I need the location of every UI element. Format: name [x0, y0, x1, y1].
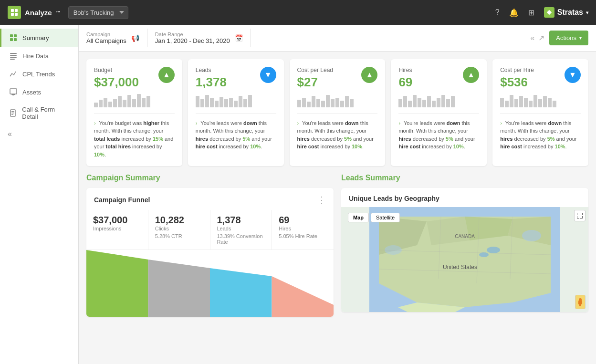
- mini-bar: [302, 98, 306, 107]
- date-range-value: Jan 1, 2020 - Dec 31, 2020: [155, 37, 230, 44]
- metric-info-hires: Hires 69: [398, 67, 412, 89]
- mini-bar: [451, 96, 455, 107]
- collapse-icon[interactable]: «: [530, 34, 534, 42]
- highlight: hire cost: [297, 144, 319, 149]
- svg-rect-12: [10, 89, 17, 94]
- mini-bar: [224, 99, 228, 107]
- metric-top-hires: Hires 69 ▲: [398, 67, 479, 89]
- svg-rect-11: [10, 59, 15, 60]
- chevron-icon: ›: [94, 120, 96, 126]
- leads-geography-header: Unique Leads by Geography: [341, 188, 588, 207]
- highlight: total leads: [94, 136, 120, 142]
- mini-bar: [345, 96, 349, 107]
- highlight: 15%: [153, 136, 163, 142]
- campaign-filter[interactable]: Campaign All Campaigns 📢: [86, 29, 147, 47]
- sidebar: Summary Hire Data CPL Trends Assets Call…: [0, 25, 79, 364]
- help-icon[interactable]: ?: [495, 8, 500, 17]
- highlight: hire cost: [500, 144, 522, 149]
- svg-rect-6: [10, 38, 13, 41]
- mini-bar: [123, 100, 126, 107]
- nav-right: ? 🔔 ⊞ Stratas ▾: [495, 7, 588, 18]
- highlight: down: [345, 120, 359, 126]
- cpl-mini-bars: [297, 94, 378, 107]
- campaign-funnel-menu[interactable]: ⋮: [317, 195, 326, 205]
- metric-info-leads: Leads 1,378: [196, 67, 227, 89]
- external-link-icon[interactable]: ↗: [538, 33, 544, 42]
- highlight: 10%: [352, 144, 362, 149]
- cpl-label: Cost per Lead: [297, 67, 333, 73]
- clicks-label: Clicks: [155, 226, 203, 231]
- cph-trend-icon: ▼: [565, 67, 581, 83]
- impressions-value: $37,000: [93, 215, 141, 226]
- highlight: hires: [500, 136, 512, 142]
- map-expand-button[interactable]: [574, 210, 586, 221]
- mini-bar: [335, 98, 339, 107]
- sidebar-item-hire-data[interactable]: Hire Data: [0, 47, 78, 65]
- sidebar-collapse-button[interactable]: «: [0, 125, 78, 143]
- mini-bar: [307, 102, 311, 107]
- app-name: Analyze: [25, 9, 52, 17]
- cph-insight: › You're leads were down this month. Wit…: [500, 119, 581, 151]
- hire-data-icon: [9, 52, 18, 60]
- company-selector[interactable]: Bob's Trucking: [68, 6, 128, 19]
- app-body: Summary Hire Data CPL Trends Assets Call…: [0, 25, 596, 364]
- sidebar-item-cpl-trends[interactable]: CPL Trends: [0, 65, 78, 83]
- cph-label: Cost per Hire: [500, 67, 534, 73]
- campaign-filter-content: Campaign All Campaigns: [86, 31, 126, 44]
- svg-marker-26: [427, 217, 470, 245]
- campaign-icon: 📢: [131, 34, 139, 42]
- impressions-sub: [93, 233, 141, 239]
- metric-card-cph: Cost per Hire $536 ▼: [492, 59, 588, 166]
- metric-info-budget: Budget $37,000: [94, 67, 139, 89]
- mini-bar: [437, 98, 440, 107]
- hires-mini-bars: [398, 94, 479, 107]
- mini-bar: [326, 95, 330, 107]
- cpl-value: $27: [297, 75, 333, 89]
- budget-insight: › You're budget was higher this month. W…: [94, 119, 175, 159]
- mini-bar: [234, 101, 238, 107]
- logo-icon: [8, 6, 21, 19]
- metric-top-cph: Cost per Hire $536 ▼: [500, 67, 581, 89]
- sidebar-item-assets[interactable]: Assets: [0, 83, 78, 101]
- app-trademark: ™: [56, 10, 61, 15]
- highlight: 5%: [547, 136, 555, 142]
- funnel-leads-conversion: 13.39% Conversion Rate: [217, 233, 265, 245]
- chevron-icon: ›: [500, 120, 502, 126]
- svg-marker-19: [86, 250, 148, 317]
- svg-rect-8: [10, 53, 17, 54]
- hires-label: Hires: [398, 67, 412, 73]
- clicks-value: 10,282: [155, 215, 203, 226]
- leads-trend-icon: ▼: [260, 67, 276, 83]
- mini-bar: [350, 99, 354, 107]
- mini-bar: [548, 98, 552, 107]
- sidebar-item-summary[interactable]: Summary: [0, 29, 78, 47]
- mini-bar: [340, 101, 344, 107]
- mini-bar: [200, 99, 204, 107]
- highlight: hire cost: [196, 144, 218, 149]
- grid-icon[interactable]: ⊞: [528, 8, 534, 17]
- svg-rect-9: [10, 55, 17, 56]
- svg-point-31: [487, 247, 500, 253]
- impressions-label: Impressions: [93, 226, 141, 231]
- brand-chevron[interactable]: ▾: [586, 10, 588, 15]
- sidebar-item-call-form[interactable]: Call & Form Detail: [0, 101, 78, 125]
- budget-trend-icon: ▲: [158, 67, 175, 83]
- svg-rect-3: [15, 13, 18, 16]
- map-tab-satellite[interactable]: Satellite: [371, 213, 400, 222]
- map-pegman-icon[interactable]: [575, 295, 586, 309]
- leads-summary-title: Leads Summary: [341, 174, 588, 182]
- bell-icon[interactable]: 🔔: [509, 8, 519, 17]
- date-range-filter[interactable]: Date Range Jan 1, 2020 - Dec 31, 2020 📅: [147, 29, 251, 47]
- svg-rect-10: [10, 57, 17, 58]
- hires-trend-icon: ▲: [463, 67, 479, 83]
- funnel-metric-clicks: 10,282 Clicks 5.28% CTR: [148, 210, 210, 250]
- brand-logo: Stratas ▾: [544, 7, 588, 18]
- mini-bar: [248, 95, 252, 107]
- brand-icon: [544, 7, 554, 18]
- map-tab-map[interactable]: Map: [348, 213, 369, 222]
- actions-button[interactable]: Actions ▾: [549, 31, 588, 45]
- mini-bar: [127, 95, 131, 107]
- campaign-funnel-card: Campaign Funnel ⋮ $37,000 Impressions 10…: [86, 188, 334, 317]
- hire-data-label: Hire Data: [22, 52, 49, 60]
- mini-bar: [243, 99, 247, 107]
